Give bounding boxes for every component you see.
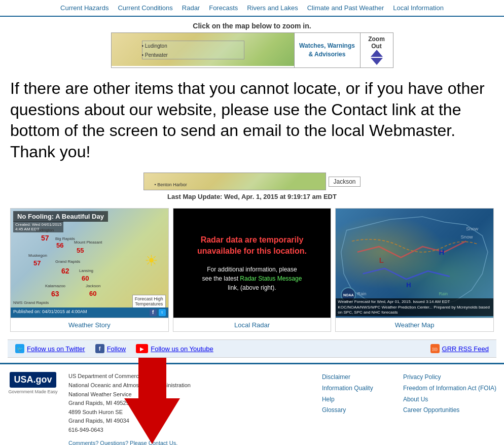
footer-disclaimer[interactable]: Disclaimer <box>322 372 393 383</box>
ws-social-icons: f t <box>150 309 166 316</box>
footer-logo: USA.gov Government Made Easy <box>8 372 58 445</box>
weather-map-link-anchor[interactable]: Weather Map <box>395 321 435 329</box>
nav-current-hazards[interactable]: Current Hazards <box>60 4 109 12</box>
ws-footer-text: Published on: 04/01/2015 at 4:00AM <box>13 309 87 316</box>
twitter-icon: 🐦 <box>15 344 24 353</box>
svg-text:H: H <box>439 248 445 256</box>
footer-line-5: 4899 South Huron SE <box>68 408 312 417</box>
cityname-lansing: Lansing <box>79 268 93 273</box>
watches-box[interactable]: Watches, Warnings & Advisories <box>294 33 360 67</box>
temp-bigrapids: 56 <box>56 242 63 249</box>
nav-rivers-lakes[interactable]: Rivers and Lakes <box>247 4 298 12</box>
footer-foia[interactable]: Freedom of Information Act (FOIA) <box>403 383 496 394</box>
watches-link[interactable]: Watches, Warnings & Advisories <box>297 42 357 59</box>
footer-line-2: National Oceanic and Atmospheric Adminis… <box>68 381 312 390</box>
rss-icon: )))) <box>430 344 440 353</box>
cityname-bigrapids: Big Rapids <box>55 236 75 241</box>
youtube-link[interactable]: Follow us on Youtube <box>151 345 213 353</box>
footer-links-col2: Privacy Policy Freedom of Information Ac… <box>403 372 496 445</box>
footer-line-6: Grand Rapids, MI 49034 <box>68 417 312 426</box>
second-map-image[interactable]: • Benton Harbor <box>143 173 326 190</box>
svg-text:Snow: Snow <box>466 226 478 231</box>
radar-main-text: Radar data are temporarily unavailable f… <box>184 234 321 257</box>
noaa-label: NOAA <box>343 293 354 297</box>
weather-story-panel: No Fooling: A Beautiful Day Created: Wed… <box>10 208 169 332</box>
svg-text:Rain: Rain <box>357 292 367 297</box>
radar-sub-text: For additional information, pleasesee th… <box>184 265 321 292</box>
weather-map-panel: L H H Snow Snow Rain Rain NOAA Weath <box>335 208 494 332</box>
local-radar-panel: Radar data are temporarily unavailable f… <box>173 208 332 332</box>
svg-text:Snow: Snow <box>461 234 473 239</box>
jackson-label: Jackson <box>329 177 360 187</box>
local-radar-link[interactable]: Local Radar <box>173 318 331 331</box>
weather-map-inner: L H H Snow Snow Rain Rain NOAA Weath <box>336 209 493 318</box>
nav-forecasts[interactable]: Forecasts <box>209 4 238 12</box>
cityname-mountpleasant: Mount Pleasant <box>74 240 102 245</box>
footer-org-info: US Department of Commerce National Ocean… <box>68 372 312 445</box>
zoom-out-button[interactable]: Zoom Out <box>360 33 393 67</box>
map-image[interactable]: • Ludington • Pentwater <box>112 33 294 66</box>
footer-contact-link[interactable]: Comments? Questions? Please Contact Us. <box>68 440 177 445</box>
svg-text:L: L <box>379 256 384 264</box>
map-update-text: Last Map Update: Wed, Apr. 1, 2015 at 9:… <box>143 193 360 200</box>
footer-line-1: US Department of Commerce <box>68 372 312 381</box>
facebook-item[interactable]: f Follow <box>95 344 126 353</box>
forecast-label: Forecast HighTemperatures <box>132 295 166 308</box>
radar-status-link[interactable]: Radar Status Message <box>240 275 302 282</box>
weather-story-link-anchor[interactable]: Weather Story <box>68 321 111 329</box>
zoom-label: Zoom Out <box>363 36 390 50</box>
zoom-arrow-down-icon <box>371 58 383 65</box>
cityname-kalamazoo: Kalamazoo <box>45 284 65 288</box>
usa-gov-logo[interactable]: USA.gov <box>10 372 56 388</box>
usa-gov-text: USA.gov <box>14 374 52 385</box>
temp-mountpleasant: 55 <box>77 247 84 254</box>
weather-map-image[interactable]: L H H Snow Snow Rain Rain NOAA Weath <box>336 209 493 318</box>
click-map-instruction: Click on the map below to zoom in. <box>8 22 496 30</box>
twitter-item[interactable]: 🐦 Follow us on Twitter <box>15 344 85 353</box>
youtube-item[interactable]: ▶ Follow us on Youtube <box>136 344 213 353</box>
facebook-icon-small[interactable]: f <box>150 309 157 316</box>
twitter-icon-small[interactable]: t <box>159 309 166 316</box>
weather-story-link[interactable]: Weather Story <box>11 318 168 331</box>
youtube-icon: ▶ <box>136 344 148 353</box>
cityname-muskegon: Muskegon <box>28 253 47 258</box>
main-nav: Current Hazards Current Conditions Radar… <box>0 0 504 17</box>
nav-current-conditions[interactable]: Current Conditions <box>118 4 172 12</box>
facebook-link[interactable]: Follow <box>107 345 126 353</box>
weather-map-link[interactable]: Weather Map <box>336 318 493 331</box>
rss-link[interactable]: GRR RSS Feed <box>442 345 489 353</box>
rss-item[interactable]: )))) GRR RSS Feed <box>430 344 489 353</box>
main-message: If there are other items that you cannot… <box>10 78 494 162</box>
facebook-icon: f <box>95 344 104 353</box>
footer-contact[interactable]: Comments? Questions? Please Contact Us. <box>68 439 312 445</box>
nav-climate-past-weather[interactable]: Climate and Past Weather <box>307 4 384 12</box>
twitter-link[interactable]: Follow us on Twitter <box>27 345 85 353</box>
footer-glossary[interactable]: Glossary <box>322 405 393 416</box>
footer-info-quality[interactable]: Information Quality <box>322 383 393 394</box>
cityname-ludington: Ludington <box>36 228 54 232</box>
map-section: Click on the map below to zoom in. • Lud… <box>8 22 496 68</box>
weather-story-image[interactable]: No Fooling: A Beautiful Day Created: Wed… <box>11 209 168 318</box>
city-ludington: • Ludington <box>142 43 167 49</box>
nav-radar[interactable]: Radar <box>182 4 200 12</box>
zoom-arrow-up-icon <box>371 50 383 57</box>
svg-text:H: H <box>407 282 411 289</box>
footer-about[interactable]: About Us <box>403 394 496 405</box>
footer-line-4: Grand Rapids, MI 49525 <box>68 399 312 408</box>
footer-line-3: National Weather Service <box>68 390 312 399</box>
cityname-grandrapids: Grand Rapids <box>55 259 80 264</box>
footer-careers[interactable]: Career Opportunities <box>403 405 496 416</box>
map-container[interactable]: • Ludington • Pentwater Watches, Warning… <box>111 32 393 68</box>
cityname-jackson: Jackson <box>86 284 100 288</box>
footer-links-col1: Disclaimer Information Quality Help Glos… <box>322 372 393 445</box>
temp-grandrapids: 62 <box>61 267 69 275</box>
footer: USA.gov Government Made Easy US Departme… <box>0 363 504 445</box>
footer-line-7: 616-949-0643 <box>68 426 312 435</box>
temp-kalamazoo: 63 <box>51 290 59 298</box>
footer-privacy[interactable]: Privacy Policy <box>403 372 496 383</box>
nav-local-information[interactable]: Local Information <box>393 4 444 12</box>
local-radar-link-anchor[interactable]: Local Radar <box>234 321 270 329</box>
footer-help[interactable]: Help <box>322 394 393 405</box>
radar-image[interactable]: Radar data are temporarily unavailable f… <box>173 209 331 318</box>
usa-gov-tagline: Government Made Easy <box>8 389 57 394</box>
